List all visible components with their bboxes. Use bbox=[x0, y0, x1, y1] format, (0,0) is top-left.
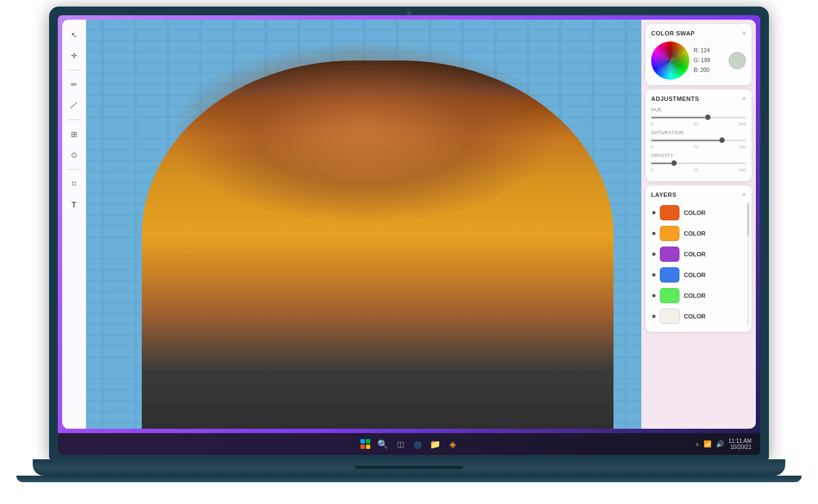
b-number: 200 bbox=[700, 67, 709, 73]
saturation-value: 72 bbox=[694, 145, 699, 149]
adjustments-close-button[interactable]: × bbox=[742, 95, 746, 103]
windows-logo-icon bbox=[360, 439, 370, 449]
laptop-base-bottom bbox=[16, 476, 802, 482]
app-icon-1[interactable]: ◈ bbox=[447, 438, 459, 450]
layer-item-1[interactable]: COLOR bbox=[651, 224, 746, 243]
color-swap-panel: COLOR SWAP × R: 124 bbox=[646, 24, 751, 85]
b-value: B: 200 bbox=[694, 65, 710, 75]
hue-min: 0 bbox=[651, 122, 653, 127]
app-window: ↖ ✛ ✏ │ ⊞ ⊙ ⌑ T bbox=[62, 20, 756, 429]
r-value: R: 124 bbox=[694, 46, 710, 56]
layer-color-1 bbox=[660, 226, 679, 241]
hue-thumb[interactable] bbox=[705, 115, 711, 120]
laptop-outer: ↖ ✛ ✏ │ ⊞ ⊙ ⌑ T bbox=[33, 7, 785, 497]
wifi-icon: 📶 bbox=[703, 440, 712, 448]
layer-item-5[interactable]: COLOR bbox=[651, 307, 746, 326]
saturation-thumb[interactable] bbox=[719, 137, 725, 143]
saturation-label: SATURATION bbox=[651, 130, 746, 135]
opacity-label: OPACITY bbox=[651, 153, 746, 158]
opacity-track bbox=[651, 163, 746, 164]
adjustments-panel: ADJUSTMENTS × HUE bbox=[646, 89, 751, 181]
layer-item-2[interactable]: COLOR bbox=[651, 244, 746, 264]
g-number: 199 bbox=[701, 57, 710, 63]
taskbar-clock[interactable]: 11:11 AM 10/20/21 bbox=[729, 438, 751, 450]
file-explorer-button[interactable]: 📁 bbox=[429, 438, 441, 450]
opacity-slider[interactable] bbox=[651, 159, 746, 167]
saturation-fill bbox=[651, 140, 719, 141]
opacity-slider-group: OPACITY 0 21 10 bbox=[651, 153, 746, 172]
laptop-hinge bbox=[354, 466, 464, 469]
webcam-indicator bbox=[407, 11, 411, 15]
layer-color-3 bbox=[660, 267, 679, 283]
right-panel: COLOR SWAP × R: 124 bbox=[641, 20, 756, 429]
toolbar-divider-1 bbox=[68, 70, 81, 70]
layer-label-3: COLOR bbox=[684, 272, 706, 278]
hue-fill bbox=[651, 117, 705, 118]
layer-label-0: COLOR bbox=[684, 209, 706, 216]
laptop-base bbox=[33, 459, 785, 476]
toolbar: ↖ ✛ ✏ │ ⊞ ⊙ ⌑ T bbox=[62, 20, 86, 429]
g-label: G: bbox=[694, 57, 700, 63]
color-swap-header: COLOR SWAP × bbox=[651, 29, 746, 37]
layers-panel: LAYERS × COLOR bbox=[646, 185, 751, 332]
hue-slider-group: HUE 0 57 100 bbox=[651, 107, 746, 127]
layer-dot-0 bbox=[652, 211, 655, 214]
face-overlay bbox=[170, 40, 558, 225]
layer-color-4 bbox=[660, 288, 679, 303]
layer-label-2: COLOR bbox=[684, 251, 706, 257]
color-swap-content: R: 124 G: 199 B: 200 bbox=[651, 41, 746, 80]
layers-header: LAYERS × bbox=[651, 191, 746, 199]
opacity-min: 0 bbox=[651, 167, 653, 172]
saturation-max: 100 bbox=[739, 145, 746, 149]
layers-scrollbar[interactable] bbox=[747, 203, 749, 326]
layer-color-5 bbox=[660, 309, 679, 324]
tool-line[interactable]: │ bbox=[62, 93, 86, 117]
hue-label: HUE bbox=[651, 107, 746, 112]
canvas-area bbox=[86, 20, 641, 429]
color-wheel[interactable] bbox=[651, 41, 689, 80]
start-button[interactable] bbox=[359, 438, 371, 450]
tool-cursor[interactable]: ↖ bbox=[65, 26, 83, 44]
g-value: G: 199 bbox=[694, 56, 710, 65]
app-content: ↖ ✛ ✏ │ ⊞ ⊙ ⌑ T bbox=[62, 20, 756, 429]
r-label: R: bbox=[694, 47, 699, 53]
layer-label-1: COLOR bbox=[684, 230, 706, 237]
search-taskbar-button[interactable]: 🔍 bbox=[377, 438, 389, 450]
volume-icon: 🔊 bbox=[716, 440, 724, 448]
saturation-track bbox=[651, 140, 746, 141]
toolbar-divider-2 bbox=[68, 119, 81, 120]
task-view-button[interactable]: ◫ bbox=[394, 438, 406, 450]
layer-dot-4 bbox=[652, 294, 655, 297]
toolbar-divider-3 bbox=[68, 169, 81, 170]
tool-brush[interactable]: ⌑ bbox=[65, 175, 83, 193]
hue-slider[interactable] bbox=[651, 113, 746, 121]
opacity-thumb[interactable] bbox=[671, 160, 677, 166]
color-preview-swatch[interactable] bbox=[729, 52, 746, 69]
taskbar-time: 11:11 AM bbox=[729, 438, 751, 444]
edge-browser-button[interactable]: ◎ bbox=[412, 438, 424, 450]
layer-color-2 bbox=[660, 247, 679, 262]
tool-pen[interactable]: ✏ bbox=[65, 76, 83, 93]
layer-dot-1 bbox=[652, 232, 655, 235]
opacity-max: 100 bbox=[739, 167, 746, 172]
saturation-slider[interactable] bbox=[651, 136, 746, 144]
rgb-values: R: 124 G: 199 B: 200 bbox=[694, 46, 710, 75]
taskbar-chevron[interactable]: ∧ bbox=[695, 441, 699, 447]
layer-dot-3 bbox=[652, 273, 655, 277]
tool-zoom[interactable]: ⊙ bbox=[65, 146, 83, 164]
photo-container bbox=[86, 20, 641, 429]
screen-bezel: ↖ ✛ ✏ │ ⊞ ⊙ ⌑ T bbox=[49, 7, 769, 459]
layer-item-4[interactable]: COLOR bbox=[651, 286, 746, 305]
layers-scrollbar-thumb[interactable] bbox=[747, 203, 749, 236]
layer-item-0[interactable]: COLOR bbox=[651, 203, 746, 223]
tool-text[interactable]: T bbox=[65, 196, 83, 213]
hue-track bbox=[651, 117, 746, 118]
color-swap-close-button[interactable]: × bbox=[742, 29, 746, 37]
tool-move[interactable]: ✛ bbox=[65, 47, 83, 64]
layer-item-3[interactable]: COLOR bbox=[651, 265, 746, 285]
layers-close-button[interactable]: × bbox=[742, 191, 746, 199]
color-swap-title: COLOR SWAP bbox=[651, 30, 695, 37]
layer-dot-2 bbox=[652, 253, 655, 256]
opacity-numbers: 0 21 100 bbox=[651, 167, 746, 172]
tool-grid[interactable]: ⊞ bbox=[65, 125, 83, 143]
